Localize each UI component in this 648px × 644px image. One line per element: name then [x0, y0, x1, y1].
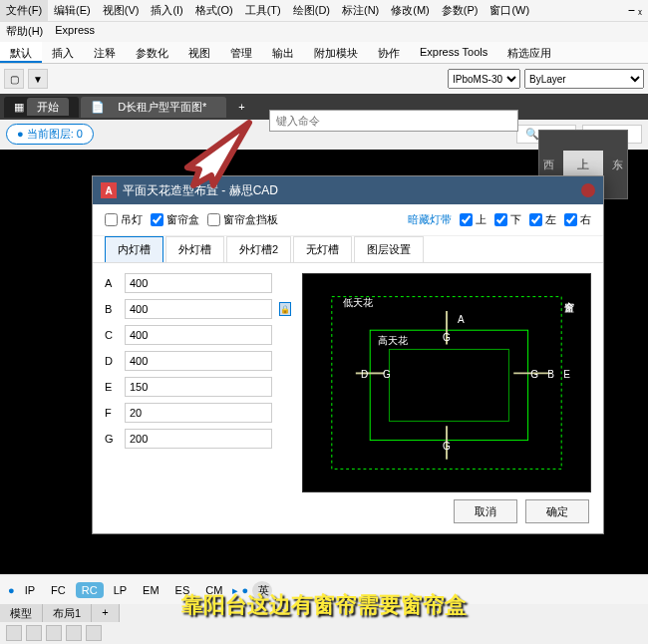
ribbon-insert[interactable]: 插入: [42, 42, 84, 63]
ribbon-manage[interactable]: 管理: [220, 42, 262, 63]
menu-param[interactable]: 参数(P): [436, 0, 485, 21]
dialog-tabs: 内灯槽 外灯槽 外灯槽2 无灯槽 图层设置: [93, 236, 603, 263]
menu-express[interactable]: Express: [49, 22, 101, 42]
annotation-arrow-icon: [169, 120, 259, 189]
ribbon-addin[interactable]: 附加模块: [304, 42, 368, 63]
opt-hanglight[interactable]: 吊灯: [105, 212, 143, 227]
add-tab[interactable]: +: [228, 98, 254, 116]
tab-layers[interactable]: 图层设置: [354, 236, 424, 262]
preview-e: E: [563, 369, 570, 380]
nav-east[interactable]: 东: [612, 158, 623, 172]
ribbon-default[interactable]: 默认: [0, 42, 42, 63]
opt-right[interactable]: 右: [564, 212, 591, 227]
opt-baffle[interactable]: 窗帘盒挡板: [207, 212, 278, 227]
linetype-combo[interactable]: IPboMS-30: [448, 69, 520, 89]
ok-button[interactable]: 确定: [525, 499, 589, 523]
ribbon-output[interactable]: 输出: [262, 42, 304, 63]
tab-inner[interactable]: 内灯槽: [105, 236, 163, 262]
color-combo[interactable]: ByLayer: [524, 69, 644, 89]
footer-toolbar: [0, 622, 648, 644]
preview-g2: G: [443, 332, 451, 343]
field-a[interactable]: [125, 273, 272, 293]
label-f: F: [105, 407, 119, 419]
footer-icon-2[interactable]: [26, 625, 42, 641]
start-tab[interactable]: ▦ 开始: [4, 97, 79, 118]
menu-draw[interactable]: 绘图(D): [287, 0, 336, 21]
field-g[interactable]: [125, 429, 272, 449]
preview-pane: 低天花 高天花 窗帘盒 D G A G G B E G: [302, 273, 591, 492]
label-a: A: [105, 277, 119, 289]
opt-curtainbox[interactable]: 窗帘盒: [151, 212, 199, 227]
menu-edit[interactable]: 编辑(E): [48, 0, 97, 21]
ribbon-tabs: 默认 插入 注释 参数化 视图 管理 输出 附加模块 协作 Express To…: [0, 42, 648, 64]
svg-rect-2: [389, 349, 508, 421]
menu-window[interactable]: 窗口(W): [484, 0, 535, 21]
ribbon-express[interactable]: Express Tools: [410, 42, 497, 63]
label-d: D: [105, 355, 119, 367]
menu-file[interactable]: 文件(F): [0, 0, 48, 21]
cancel-button[interactable]: 取消: [454, 499, 517, 523]
help-row: 帮助(H) Express: [0, 22, 648, 42]
tab-none[interactable]: 无灯槽: [293, 236, 352, 262]
menu-format[interactable]: 格式(O): [189, 0, 239, 21]
field-f[interactable]: [125, 403, 272, 423]
tab-outer2[interactable]: 外灯槽2: [226, 236, 291, 262]
preview-low: 低天花: [343, 296, 373, 310]
ceiling-layout-dialog: A 平面天花造型布置 - 赫思CAD 吊灯 窗帘盒 窗帘盒挡板 暗藏灯带 上 下…: [92, 175, 604, 534]
menubar: 文件(F) 编辑(E) 视图(V) 插入(I) 格式(O) 工具(T) 绘图(D…: [0, 0, 648, 22]
preview-g4: G: [443, 441, 451, 452]
ribbon-collab[interactable]: 协作: [368, 42, 410, 63]
video-subtitle: 靠阳台这边有窗帘需要窗帘盒: [0, 590, 648, 620]
footer-icon-4[interactable]: [66, 625, 82, 641]
dimension-fields: A B🔒 C D E F G: [105, 273, 292, 492]
window-controls[interactable]: ‒ ᵪ: [622, 0, 648, 21]
preview-g3: G: [530, 369, 538, 380]
ribbon-annotate[interactable]: 注释: [84, 42, 126, 63]
opt-left[interactable]: 左: [529, 212, 556, 227]
lock-icon[interactable]: 🔒: [279, 302, 291, 316]
ribbon-view[interactable]: 视图: [178, 42, 220, 63]
properties-toolbar: ▢ ▼ IPboMS-30 ByLayer: [0, 64, 648, 94]
tool-2[interactable]: ▼: [28, 69, 48, 89]
menu-help[interactable]: 帮助(H): [0, 22, 49, 42]
label-c: C: [105, 329, 119, 341]
field-e[interactable]: [125, 377, 272, 397]
preview-b: B: [547, 369, 554, 380]
ribbon-featured[interactable]: 精选应用: [497, 42, 561, 63]
dialog-options-row: 吊灯 窗帘盒 窗帘盒挡板 暗藏灯带 上 下 左 右: [93, 204, 603, 236]
menu-modify[interactable]: 修改(M): [385, 0, 436, 21]
ribbon-param[interactable]: 参数化: [126, 42, 178, 63]
footer-icon-3[interactable]: [46, 625, 62, 641]
menu-tools[interactable]: 工具(T): [239, 0, 287, 21]
opt-up[interactable]: 上: [460, 212, 486, 227]
close-icon[interactable]: [581, 183, 595, 197]
menu-insert[interactable]: 插入(I): [145, 0, 188, 21]
command-input[interactable]: [269, 110, 518, 132]
field-b[interactable]: [125, 299, 272, 319]
tab-outer[interactable]: 外灯槽: [165, 236, 224, 262]
field-c[interactable]: [125, 325, 272, 345]
label-g: G: [105, 433, 119, 445]
menu-dim[interactable]: 标注(N): [336, 0, 385, 21]
preview-a: A: [458, 314, 465, 325]
preview-g1: G: [383, 369, 391, 380]
nav-west[interactable]: 西: [543, 158, 554, 172]
menu-view[interactable]: 视图(V): [97, 0, 146, 21]
hidden-light-label: 暗藏灯带: [408, 212, 452, 227]
tool-1[interactable]: ▢: [4, 69, 24, 89]
preview-high: 高天花: [378, 334, 408, 348]
label-e: E: [105, 381, 119, 393]
current-layer-pill[interactable]: ● 当前图层: 0: [6, 124, 94, 145]
field-d[interactable]: [125, 351, 272, 371]
preview-d: D: [361, 369, 368, 380]
label-b: B: [105, 303, 119, 315]
footer-icon-5[interactable]: [86, 625, 102, 641]
footer-icon-1[interactable]: [6, 625, 22, 641]
opt-down[interactable]: 下: [494, 212, 521, 227]
doc-tab[interactable]: 📄 D长租户型平面图*: [81, 97, 226, 118]
app-icon: A: [101, 182, 117, 198]
